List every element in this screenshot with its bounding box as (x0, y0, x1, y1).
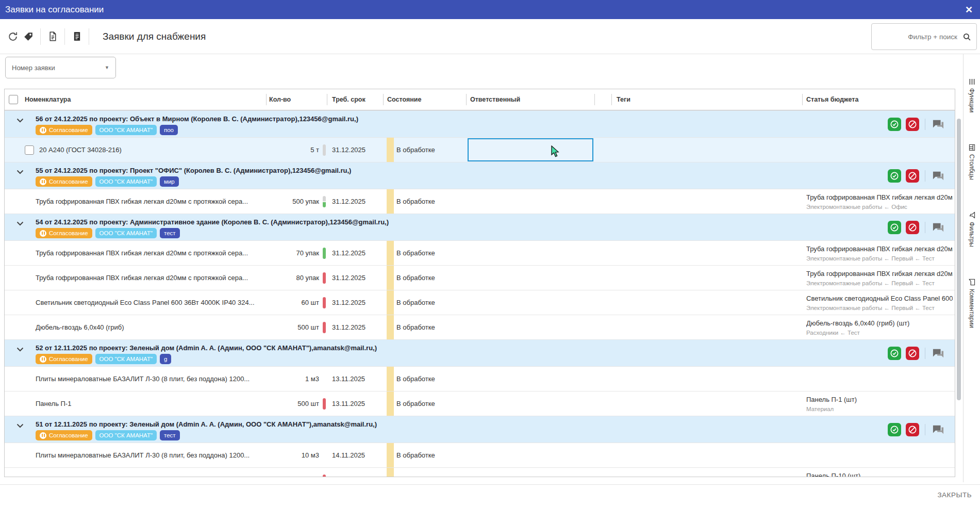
table-row[interactable]: Труба гофрированная ПВХ гибкая легкая d2… (5, 189, 955, 214)
group-header-row[interactable]: 56 от 24.12.2025 по проекту: Объект в Ми… (5, 110, 955, 137)
chevron-down-icon: ▼ (105, 65, 109, 70)
stock-indicator (323, 248, 326, 259)
chevron-down-icon[interactable] (16, 170, 25, 174)
group-header-row[interactable]: 54 от 24.12.2025 по проекту: Администрат… (5, 214, 955, 240)
col-header-nomenclature[interactable]: Номенклатура (21, 89, 266, 110)
window-title: Заявки на согласовании (5, 5, 104, 15)
table-row[interactable]: Труба гофрированная ПВХ гибкая легкая d2… (5, 265, 955, 290)
footer-divider (0, 484, 980, 485)
nomenclature-cell: Плиты минераловатные БАЗАЛИТ Л-30 (8 пли… (21, 375, 266, 383)
actions-divider (925, 170, 925, 182)
group-header-row[interactable]: 52 от 12.11.2025 по проекту: Зеленый дом… (5, 339, 955, 366)
requests-table: Номенклатура Кол-во Треб. срок Состояние… (4, 89, 955, 477)
status-stripe (387, 443, 394, 467)
table-row[interactable]: Панель П-1 500 шт 13.11.2025 В обработке… (5, 391, 955, 416)
responsible-cell[interactable] (466, 468, 594, 477)
responsible-cell[interactable] (466, 391, 594, 416)
budget-cell (802, 138, 955, 162)
nomenclature-cell: 20 А240 (ГОСТ 34028-216) (21, 145, 266, 155)
table-row[interactable]: Плиты минераловатные БАЗАЛИТ Л-30 (8 пли… (5, 366, 955, 391)
chevron-down-icon[interactable] (16, 221, 25, 226)
group-header-row[interactable]: 55 от 24.12.2025 по проекту: Проект "ОФИ… (5, 162, 955, 189)
reject-button[interactable] (906, 221, 919, 234)
comments-button[interactable] (931, 221, 945, 234)
chevron-down-icon[interactable] (16, 423, 25, 428)
pause-icon (40, 178, 46, 185)
reject-button[interactable] (906, 169, 919, 183)
comments-button[interactable] (931, 347, 945, 360)
actions-divider (925, 424, 925, 435)
responsible-cell[interactable] (466, 189, 594, 214)
approve-button[interactable] (888, 423, 901, 436)
document-outline-icon[interactable] (45, 29, 60, 44)
close-icon[interactable]: ✕ (965, 5, 973, 14)
responsible-cell[interactable] (466, 367, 594, 391)
search-icon[interactable] (962, 32, 971, 41)
budget-cell: Дюбель-гвоздь 6,0x40 (гриб) (шт)Расходни… (802, 315, 955, 339)
status-badge: Согласование (36, 125, 92, 135)
table-row[interactable]: Дюбель-гвоздь 6,0x40 (гриб) 500 шт 31.12… (5, 315, 955, 339)
status-cell: В обработке (383, 315, 466, 339)
reject-button[interactable] (906, 423, 919, 436)
qty-cell: 1 м3 (266, 373, 327, 385)
tag-badge: мир (160, 176, 179, 187)
sidebar-tab-functions[interactable]: Функции (968, 79, 975, 112)
select-all-checkbox[interactable] (9, 95, 18, 104)
comments-button[interactable] (931, 423, 945, 436)
table-row[interactable]: Труба гофрированная ПВХ гибкая легкая d2… (5, 240, 955, 265)
responsible-cell[interactable] (466, 315, 594, 339)
responsible-cell[interactable] (466, 443, 594, 467)
comments-button[interactable] (931, 169, 945, 183)
approve-button[interactable] (888, 347, 901, 360)
org-badge: ООО "СК АМАНАТ" (95, 228, 157, 238)
col-header-qty[interactable]: Кол-во (266, 89, 327, 110)
chevron-down-icon[interactable] (16, 118, 25, 123)
qty-cell: 60 шт (266, 297, 327, 308)
qty-cell: 500 упак (266, 196, 327, 207)
stock-indicator (323, 322, 326, 333)
reject-button[interactable] (906, 118, 919, 131)
request-number-select[interactable]: Номер заявки ▼ (5, 57, 116, 78)
chevron-down-icon[interactable] (16, 347, 25, 352)
nomenclature-cell: Труба гофрированная ПВХ гибкая легкая d2… (21, 249, 266, 257)
group-title: 52 от 12.11.2025 по проекту: Зеленый дом… (36, 344, 377, 352)
col-header-responsible[interactable]: Ответственный (466, 89, 594, 110)
pause-icon (40, 356, 46, 363)
approve-button[interactable] (888, 169, 901, 183)
budget-cell: Труба гофрированная ПВХ гибкая легкая d2… (802, 189, 955, 214)
table-row[interactable]: Светильник светодиодный Eco Class Panel … (5, 290, 955, 315)
table-row[interactable]: 20 А240 (ГОСТ 34028-216) 5 т 31.12.2025 … (5, 137, 955, 162)
sidebar-tab-comments[interactable]: Комментарии (968, 279, 975, 328)
col-header-due[interactable]: Треб. срок (327, 89, 383, 110)
row-checkbox[interactable] (25, 145, 34, 155)
approve-button[interactable] (888, 221, 901, 234)
sidebar-tab-columns[interactable]: Столбцы (968, 144, 975, 180)
tag-icon[interactable] (21, 29, 36, 44)
group-header-row[interactable]: 51 от 12.11.2025 по проекту: Зеленый дом… (5, 416, 955, 443)
budget-cell: Труба гофрированная ПВХ гибкая легкая d2… (802, 266, 955, 290)
col-header-budget[interactable]: Статья бюджета (802, 89, 955, 110)
refresh-icon[interactable] (5, 29, 21, 44)
filter-search-input[interactable] (879, 32, 958, 41)
col-header-status[interactable]: Состояние (383, 89, 466, 110)
close-dialog-button[interactable]: ЗАКРЫТЬ (933, 489, 976, 501)
reject-button[interactable] (906, 347, 919, 360)
table-row[interactable]: Плиты минераловатные БАЗАЛИТ Л-30 (8 пли… (5, 443, 955, 467)
table-header-row: Номенклатура Кол-во Треб. срок Состояние… (5, 89, 955, 110)
status-cell (383, 468, 466, 477)
document-filled-icon[interactable] (69, 29, 85, 44)
approve-button[interactable] (888, 118, 901, 131)
responsible-cell[interactable] (466, 138, 594, 162)
responsible-cell[interactable] (466, 241, 594, 265)
due-date-cell: 13.11.2025 (327, 375, 383, 383)
nomenclature-cell: Панель П-1 (21, 400, 266, 407)
sidebar-tab-filters[interactable]: Фильтры (968, 212, 975, 247)
col-header-tags[interactable]: Теги (611, 89, 802, 110)
filter-search-box[interactable] (871, 23, 977, 50)
table-row[interactable]: Панель П-10 (шт) (5, 467, 955, 477)
stock-indicator (323, 144, 326, 156)
comments-button[interactable] (931, 118, 945, 131)
vertical-scrollbar[interactable] (957, 119, 961, 400)
responsible-cell[interactable] (466, 290, 594, 315)
responsible-cell[interactable] (466, 266, 594, 290)
